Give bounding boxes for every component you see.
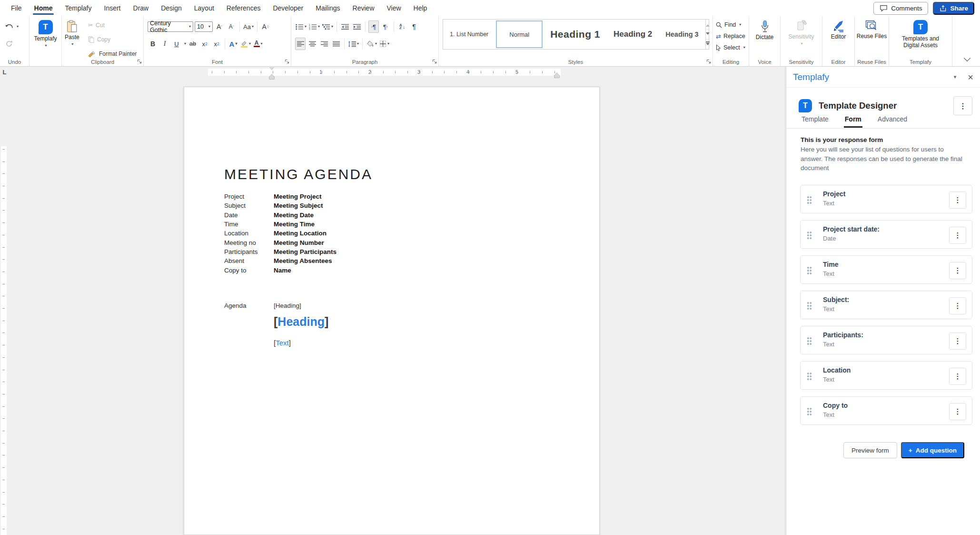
align-center-button[interactable] <box>307 38 317 50</box>
menu-tab-mailings[interactable]: Mailings <box>309 0 346 16</box>
replace-button[interactable]: ⇄ Replace <box>716 31 745 41</box>
menu-tab-review[interactable]: Review <box>346 0 381 16</box>
question-card-copy-to[interactable]: Copy to Text ⋮ <box>800 396 972 425</box>
clipboard-dialog-launcher[interactable] <box>137 59 142 64</box>
horizontal-ruler[interactable]: 1 2 3 4 5 <box>8 67 785 78</box>
rtl-text-direction-button[interactable]: ¶‹ <box>380 20 391 33</box>
grow-font-button[interactable]: Aˆ <box>214 20 225 33</box>
drag-handle-icon[interactable] <box>807 302 812 310</box>
menu-tab-insert[interactable]: Insert <box>98 0 127 16</box>
tab-advanced[interactable]: Advanced <box>877 112 908 128</box>
ltr-text-direction-button[interactable]: ›¶ <box>368 20 379 33</box>
drag-handle-icon[interactable] <box>807 407 812 415</box>
change-case-button[interactable]: Aa▾ <box>243 20 254 33</box>
show-formatting-marks-button[interactable]: ¶ <box>409 20 419 33</box>
font-color-button[interactable]: A ▾ <box>253 38 263 50</box>
agenda-heading-placeholder[interactable]: [Heading] <box>274 315 328 329</box>
question-menu-button[interactable]: ⋮ <box>949 333 966 350</box>
question-menu-button[interactable]: ⋮ <box>949 368 966 385</box>
drag-handle-icon[interactable] <box>807 196 812 204</box>
highlight-color-button[interactable]: ▾ <box>240 38 251 50</box>
superscript-button[interactable]: x2 <box>211 38 222 50</box>
menu-tab-file[interactable]: File <box>5 0 28 16</box>
agenda-text-placeholder[interactable]: [Text] <box>274 339 291 347</box>
numbered-list-button[interactable]: 123 ▾ <box>308 20 320 33</box>
editor-button[interactable]: Editor <box>822 16 854 40</box>
increase-indent-button[interactable] <box>352 20 362 33</box>
styles-dialog-launcher[interactable] <box>706 59 711 64</box>
menu-tab-references[interactable]: References <box>220 0 267 16</box>
preview-form-button[interactable]: Preview form <box>843 442 897 458</box>
tab-form[interactable]: Form <box>844 112 862 128</box>
menu-tab-templafy[interactable]: Templafy <box>59 0 98 16</box>
format-painter-button[interactable]: Format Painter <box>88 48 137 60</box>
styles-more-button[interactable] <box>706 40 710 49</box>
menu-tab-developer[interactable]: Developer <box>267 0 309 16</box>
cut-button[interactable]: ✂Cut <box>88 19 137 31</box>
subscript-button[interactable]: x2 <box>199 38 210 50</box>
templates-digital-assets-button[interactable]: T Templates and Digital Assets <box>889 16 952 49</box>
question-menu-button[interactable]: ⋮ <box>949 403 966 420</box>
find-button[interactable]: Find ▾ <box>716 20 741 30</box>
paste-button[interactable]: Paste ▾ <box>65 16 79 46</box>
document-page[interactable]: MEETING AGENDA ProjectMeeting Project Su… <box>184 87 600 535</box>
shading-button[interactable]: ▾ <box>366 38 377 50</box>
sort-button[interactable]: AZ ↓ <box>397 20 407 33</box>
question-card-project[interactable]: Project Text ⋮ <box>800 185 972 213</box>
drag-handle-icon[interactable] <box>807 337 812 345</box>
right-indent-marker[interactable] <box>554 70 559 78</box>
menu-tab-design[interactable]: Design <box>155 0 188 16</box>
style-list-number[interactable]: 1. List Number <box>443 20 495 49</box>
copy-button[interactable]: Copy <box>88 33 137 46</box>
redo-button[interactable] <box>4 38 14 50</box>
question-menu-button[interactable]: ⋮ <box>949 192 966 209</box>
borders-button[interactable]: ▾ <box>379 38 390 50</box>
menu-tab-view[interactable]: View <box>381 0 407 16</box>
style-heading-2[interactable]: Heading 2 <box>607 20 659 49</box>
menu-tab-layout[interactable]: Layout <box>188 0 220 16</box>
text-effects-button[interactable]: A▾ <box>228 38 238 50</box>
font-dialog-launcher[interactable] <box>285 59 289 64</box>
strikethrough-button[interactable]: ab <box>188 38 198 50</box>
style-heading-3[interactable]: Heading 3 <box>659 20 705 49</box>
multilevel-list-button[interactable]: ▾ <box>322 20 334 33</box>
question-card-subject[interactable]: Subject: Text ⋮ <box>800 291 972 319</box>
dictate-button[interactable]: Dictate <box>749 16 780 41</box>
question-card-project-start-date[interactable]: Project start date: Date ⋮ <box>800 220 972 249</box>
templafy-ribbon-button[interactable]: T Templafy ▾ <box>30 16 61 48</box>
comments-button[interactable]: Comments <box>873 2 928 15</box>
select-button[interactable]: Select ▾ <box>716 42 745 53</box>
reuse-files-button[interactable]: Reuse Files <box>855 16 889 40</box>
style-heading-1[interactable]: Heading 1 <box>544 20 607 49</box>
agenda-inline-placeholder[interactable]: [Heading] <box>274 302 301 309</box>
chevron-down-icon[interactable]: ▾ <box>17 25 19 29</box>
underline-button[interactable]: U <box>171 38 182 50</box>
font-size-combo[interactable]: 10▾ <box>195 21 213 32</box>
add-question-button[interactable]: + Add question <box>901 442 964 458</box>
drag-handle-icon[interactable] <box>807 372 812 380</box>
tab-stop-selector[interactable]: L <box>1 68 8 76</box>
tab-template[interactable]: Template <box>801 112 830 128</box>
style-normal[interactable]: Normal <box>496 20 543 48</box>
collapse-ribbon-chevron-icon[interactable] <box>964 55 970 61</box>
chevron-down-icon[interactable]: ▾ <box>184 42 186 46</box>
shrink-font-button[interactable]: Aˇ <box>226 20 237 33</box>
drag-handle-icon[interactable] <box>807 266 812 274</box>
undo-button[interactable] <box>4 20 14 33</box>
justify-button[interactable] <box>331 38 341 50</box>
bold-button[interactable]: B <box>148 38 158 50</box>
designer-menu-button[interactable]: ⋮ <box>953 96 972 115</box>
menu-tab-home[interactable]: Home <box>28 0 59 16</box>
styles-scroll-down-button[interactable] <box>706 30 710 40</box>
share-button[interactable]: Share <box>933 2 974 15</box>
font-family-combo[interactable]: Century Gothic▾ <box>148 21 193 32</box>
indent-marker[interactable] <box>269 67 274 79</box>
pane-options-chevron-icon[interactable]: ▾ <box>954 74 957 80</box>
question-menu-button[interactable]: ⋮ <box>949 262 966 279</box>
vertical-ruler[interactable] <box>0 78 8 535</box>
align-right-button[interactable] <box>319 38 329 50</box>
menu-tab-draw[interactable]: Draw <box>127 0 155 16</box>
question-menu-button[interactable]: ⋮ <box>949 297 966 314</box>
drag-handle-icon[interactable] <box>807 231 812 239</box>
close-icon[interactable]: × <box>968 72 973 82</box>
